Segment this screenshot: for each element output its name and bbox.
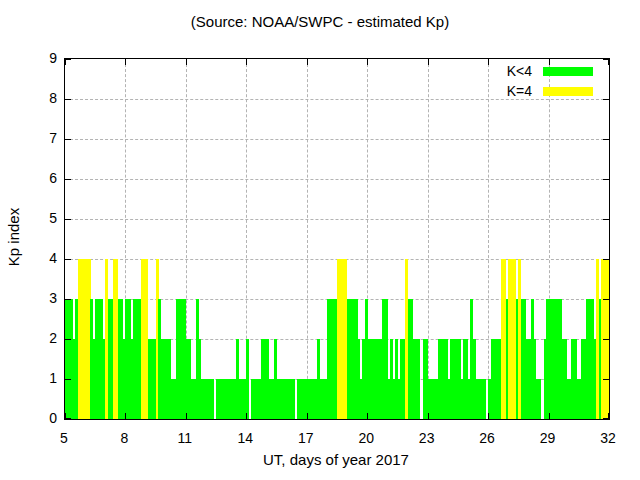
y-tick-label: 0	[20, 410, 57, 426]
axis-tick	[603, 219, 609, 220]
axis-tick	[125, 59, 126, 65]
x-tick-label: 14	[223, 430, 267, 446]
legend-label: K<4	[507, 63, 532, 79]
axis-tick	[428, 59, 429, 65]
x-tick-label: 8	[102, 430, 146, 446]
axis-tick	[65, 139, 71, 140]
y-tick-label: 2	[20, 330, 57, 346]
axis-tick	[65, 418, 71, 419]
x-tick-label: 23	[405, 430, 449, 446]
y-tick-label: 1	[20, 370, 57, 386]
legend: K<4K=4	[507, 62, 593, 100]
axis-tick	[488, 413, 489, 419]
x-tick-label: 20	[344, 430, 388, 446]
axis-tick	[65, 299, 71, 300]
legend-swatch	[543, 67, 593, 76]
y-tick-label: 6	[20, 170, 57, 186]
axis-tick	[65, 259, 71, 260]
y-tick-label: 4	[20, 250, 57, 266]
x-tick-label: 26	[465, 430, 509, 446]
axis-tick	[367, 59, 368, 65]
axis-tick	[603, 379, 609, 380]
axis-tick	[428, 413, 429, 419]
axis-tick	[488, 59, 489, 65]
plot-area: K<4K=4	[64, 58, 610, 420]
x-tick-label: 5	[42, 430, 86, 446]
axis-tick	[603, 59, 609, 60]
axis-tick	[603, 99, 609, 100]
axis-tick	[603, 418, 609, 419]
legend-label: K=4	[507, 83, 532, 99]
x-tick-label: 11	[163, 430, 207, 446]
axis-tick	[307, 413, 308, 419]
axis-tick	[65, 379, 71, 380]
axis-tick	[65, 219, 71, 220]
axis-tick	[65, 99, 71, 100]
y-tick-label: 7	[20, 130, 57, 146]
legend-swatch	[543, 87, 593, 96]
y-tick-label: 8	[20, 90, 57, 106]
x-tick-label: 29	[526, 430, 570, 446]
axis-tick	[186, 413, 187, 419]
chart-title: (Source: NOAA/SWPC - estimated Kp)	[0, 13, 640, 30]
y-tick-label: 3	[20, 290, 57, 306]
axis-tick	[186, 59, 187, 65]
legend-row: K=4	[507, 82, 593, 100]
x-tick-label: 32	[586, 430, 630, 446]
axis-tick	[246, 413, 247, 419]
y-tick-label: 5	[20, 210, 57, 226]
tick-marks-layer	[65, 59, 609, 419]
legend-row: K<4	[507, 62, 593, 80]
axis-tick	[307, 59, 308, 65]
axis-tick	[603, 179, 609, 180]
axis-tick	[603, 259, 609, 260]
axis-tick	[603, 139, 609, 140]
axis-tick	[246, 59, 247, 65]
axis-tick	[125, 413, 126, 419]
axis-tick	[65, 339, 71, 340]
x-axis-label: UT, days of year 2017	[64, 451, 608, 468]
axis-tick	[603, 339, 609, 340]
axis-tick	[603, 299, 609, 300]
kp-index-chart: (Source: NOAA/SWPC - estimated Kp) Kp in…	[0, 0, 640, 480]
axis-tick	[65, 179, 71, 180]
axis-tick	[367, 413, 368, 419]
axis-tick	[549, 413, 550, 419]
x-tick-label: 17	[284, 430, 328, 446]
axis-tick	[65, 59, 71, 60]
y-tick-label: 9	[20, 50, 57, 66]
